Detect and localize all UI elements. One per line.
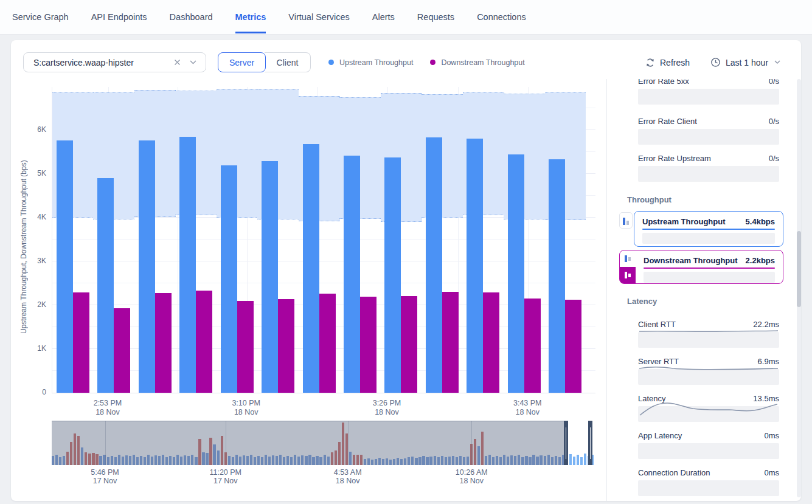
y-tick-label: 2K	[11, 300, 46, 309]
tick-date: 18 Nov	[321, 477, 375, 485]
tick-time: 3:10 PM	[219, 399, 274, 408]
nav-tab-metrics[interactable]: Metrics	[235, 1, 266, 33]
metric-row-error-rate-client[interactable]: Error Rate Client0/s	[638, 117, 779, 126]
nav-tab-api-endpoints[interactable]: API Endpoints	[91, 1, 147, 33]
tick-date: 18 Nov	[219, 408, 274, 417]
clear-icon[interactable]	[169, 59, 185, 66]
downstream-bar	[278, 299, 294, 393]
downstream-bar	[483, 292, 499, 393]
metric-sparkline	[638, 327, 779, 336]
chevron-down-icon[interactable]	[185, 60, 201, 64]
bar-chart-icon-selected[interactable]	[620, 267, 636, 283]
y-tick-label: 1K	[11, 344, 46, 353]
brush-tick-label: 10:26 AM18 Nov	[444, 468, 499, 485]
card-box	[642, 233, 775, 244]
downstream-bar	[155, 293, 172, 393]
card-title-row: Downstream Throughput2.2kbps	[636, 250, 783, 268]
downstream-bar	[524, 299, 541, 393]
downstream-bar	[237, 301, 254, 393]
refresh-icon	[645, 58, 655, 67]
brush-tick-label: 4:53 AM18 Nov	[321, 468, 375, 485]
metrics-sidebar: Error Rate 5xx0/sError Rate Client0/sErr…	[607, 79, 789, 501]
metric-row-text: Error Rate 5xx0/s	[638, 79, 779, 86]
nav-tab-alerts[interactable]: Alerts	[372, 1, 395, 33]
gridline	[348, 421, 349, 465]
time-range-value: Last 1 hour	[726, 58, 768, 67]
mode-client-button[interactable]: Client	[265, 52, 311, 72]
downstream-bar	[114, 308, 130, 393]
gridline	[471, 421, 472, 465]
sidebar-scrollbar[interactable]	[797, 79, 801, 497]
time-range-picker[interactable]: Last 1 hour	[710, 52, 780, 72]
metric-row-error-rate-5xx[interactable]: Error Rate 5xx0/s	[638, 79, 779, 86]
tick-time: 3:43 PM	[500, 399, 555, 408]
upstream-bar	[139, 140, 155, 393]
metric-value: 0ms	[764, 431, 779, 440]
upstream-bar	[179, 137, 196, 393]
mode-server-button[interactable]: Server	[218, 52, 266, 72]
card-title-row: Upstream Throughput5.4kbps	[634, 212, 783, 229]
brush-tick-label: 11:20 PM17 Nov	[198, 468, 253, 485]
tick-date: 17 Nov	[78, 477, 133, 485]
gridline	[226, 421, 226, 465]
tick-date: 18 Nov	[500, 408, 555, 417]
metric-sparkline-box	[638, 89, 779, 105]
metrics-page: Service GraphAPI EndpointsDashboardMetri…	[0, 0, 812, 504]
tick-time: 3:26 PM	[359, 399, 414, 408]
upstream-throughput-card[interactable]: Upstream Throughput5.4kbps	[634, 211, 783, 247]
tick-date: 18 Nov	[444, 477, 499, 485]
downstream-throughput-card[interactable]: Downstream Throughput2.2kbps	[619, 250, 783, 284]
metric-row-app-latency[interactable]: App Latency0ms	[638, 431, 779, 440]
brush-bar	[584, 454, 586, 465]
brush-bar	[573, 457, 575, 465]
brush-unselected-overlay	[52, 421, 564, 465]
metric-row-text: Error Rate Upstream0/s	[638, 154, 779, 163]
bar-chart-icon[interactable]	[619, 212, 633, 229]
upstream-bar	[508, 154, 524, 393]
y-tick-label: 3K	[11, 257, 46, 265]
nav-tab-service-graph[interactable]: Service Graph	[12, 1, 69, 33]
scrollbar-thumb[interactable]	[797, 231, 801, 307]
downstream-bar	[196, 291, 212, 393]
downstream-bar	[442, 292, 459, 393]
tick-date: 17 Nov	[198, 477, 253, 485]
timeline-brush-chart[interactable]	[52, 421, 595, 465]
metric-label: Connection Duration	[638, 468, 710, 477]
refresh-button[interactable]: Refresh	[645, 52, 690, 72]
server-client-toggle: ServerClient	[218, 52, 311, 72]
metric-sparkline-box	[638, 443, 779, 459]
metric-sparkline	[638, 398, 779, 418]
legend-item-upstream-throughput[interactable]: Upstream Throughput	[328, 58, 413, 67]
legend-item-downstream-throughput[interactable]: Downstream Throughput	[430, 58, 524, 67]
legend-label: Downstream Throughput	[441, 58, 524, 67]
metric-row-error-rate-upstream[interactable]: Error Rate Upstream0/s	[638, 154, 779, 163]
card-box	[644, 272, 775, 283]
metric-row-connection-duration[interactable]: Connection Duration0ms	[638, 468, 779, 477]
service-select-value: S:cartservice.waap-hipster	[24, 58, 169, 67]
service-select[interactable]: S:cartservice.waap-hipster	[23, 52, 206, 72]
metrics-panel: S:cartservice.waap-hipster ServerClient …	[11, 40, 801, 501]
card-value: 2.2kbps	[746, 256, 775, 265]
upstream-bar	[384, 157, 401, 393]
metric-value: 0/s	[769, 117, 779, 126]
upstream-bar	[303, 144, 319, 393]
metric-label: Error Rate 5xx	[638, 79, 689, 86]
nav-tab-virtual-services[interactable]: Virtual Services	[288, 1, 349, 33]
metric-sparkline-box	[638, 166, 779, 182]
downstream-bar	[360, 297, 377, 393]
brush-tick-label: 5:46 PM17 Nov	[78, 468, 133, 485]
brush-bar	[580, 457, 583, 465]
nav-tab-dashboard[interactable]: Dashboard	[170, 1, 213, 33]
chart-legend: Upstream ThroughputDownstream Throughput	[328, 52, 525, 72]
bar-chart-icon[interactable]	[620, 250, 636, 267]
tick-time: 5:46 PM	[78, 468, 133, 477]
brush-handle-right[interactable]	[588, 421, 592, 465]
card-content: Downstream Throughput2.2kbps	[636, 250, 783, 283]
brush-handle-left[interactable]	[564, 421, 568, 465]
nav-tab-connections[interactable]: Connections	[477, 1, 526, 33]
metric-label: Error Rate Client	[638, 117, 697, 126]
downstream-bar	[319, 294, 336, 393]
nav-tab-requests[interactable]: Requests	[417, 1, 454, 33]
chevron-down-icon	[774, 60, 780, 64]
x-tick-label: 3:10 PM18 Nov	[219, 399, 274, 417]
